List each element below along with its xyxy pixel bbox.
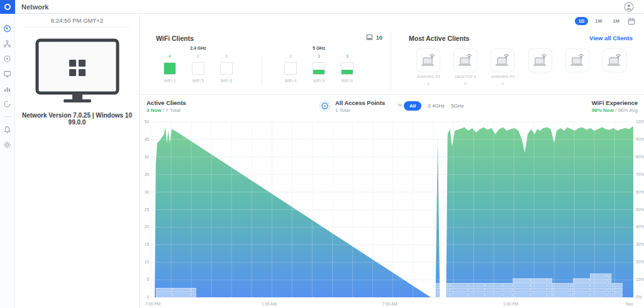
client-icon-box (602, 48, 626, 72)
band-divider (262, 56, 262, 85)
clients-experience-chart[interactable]: 051015202530354045500%10%20%30%40%50%60%… (143, 119, 644, 307)
active-clients-header: Active Clients 3 Now / 7 Total (147, 99, 186, 113)
cards-divider (391, 31, 391, 91)
wifi-standard-box (220, 62, 233, 75)
sidebar-divider (4, 116, 11, 117)
svg-text:1:00 AM: 1:00 AM (262, 302, 277, 306)
wifi-standard-wifi6: 3WiFi 6 (336, 54, 358, 83)
wifi-standard-wifi4: 4WiFi 4 (158, 54, 181, 83)
svg-text:80%: 80% (636, 155, 644, 159)
client-icon-box (416, 48, 440, 72)
wifi-standard-box (164, 62, 176, 75)
unifi-logo-icon[interactable] (0, 0, 15, 14)
laptop-wifi-icon (420, 52, 436, 69)
band-option-5ghz[interactable]: 5GHz (451, 103, 464, 109)
time-range-controls: 1D1W1M (575, 17, 635, 25)
wifi-standard-label: WiFi 5 (187, 79, 209, 83)
sidebar-item-settings[interactable] (0, 137, 15, 152)
topbar: Network (0, 0, 644, 14)
main-content: 1D1W1M WiFi Clients 10 2.4 GHz4WiFi 40Wi… (140, 14, 644, 308)
svg-text:5: 5 (147, 277, 149, 282)
calendar-icon[interactable] (628, 18, 635, 25)
client-item-5[interactable] (562, 48, 593, 86)
wifi-standard-fill (313, 70, 325, 74)
wifi-clients-title: WiFi Clients (156, 35, 194, 42)
wifi-standard-box (284, 62, 297, 75)
sidebar-item-clients[interactable] (0, 66, 15, 81)
band-option-all[interactable]: All (404, 101, 421, 111)
chevron-down-icon (397, 103, 402, 107)
svg-text:25: 25 (145, 207, 150, 212)
laptop-wifi-icon (457, 52, 474, 69)
sidebar-item-statistics[interactable] (0, 81, 15, 96)
range-1w[interactable]: 1W (591, 17, 606, 25)
svg-text:35: 35 (145, 172, 150, 177)
svg-text:15: 15 (145, 242, 150, 246)
client-name: ADMINRG-P3 (413, 75, 444, 79)
active-clients-now: 3 Now (147, 107, 162, 113)
logo-ring (4, 4, 11, 10)
svg-text:45: 45 (145, 137, 150, 141)
band-toggle: All2.4GHz5GHz (404, 101, 464, 111)
clients-monitor-icon (3, 70, 11, 78)
wifi-standard-label: WiFi 4 (158, 79, 181, 83)
svg-text:20%: 20% (636, 260, 644, 264)
statistics-bars-icon (3, 85, 11, 93)
access-points-selector[interactable]: All Access Points 1 Total (318, 99, 402, 113)
laptop-wifi-icon (532, 52, 548, 69)
wifi-experience-divider: / (614, 107, 618, 113)
client-item-6[interactable]: · · · · (599, 48, 630, 86)
wifi-bands: 2.4 GHz4WiFi 40WiFi 50WiFi 65 GHz0WiFi 4… (158, 46, 358, 83)
client-name-line2: C (450, 82, 481, 86)
view-all-clients-link[interactable]: View all Clients (589, 35, 633, 41)
console-monitor-graphic (15, 38, 139, 107)
wifi-standard-label: WiFi 5 (308, 79, 330, 83)
sidebar (0, 14, 15, 308)
wifi-standard-wifi5: 0WiFi 5 (187, 54, 209, 83)
client-icon-box (453, 48, 477, 72)
svg-text:10%: 10% (636, 277, 644, 282)
wifi-clients-total-count: 10 (376, 35, 382, 41)
svg-text:40%: 40% (636, 224, 644, 229)
client-item-1[interactable]: ADMINRG-P31 (413, 48, 444, 86)
client-item-4[interactable]: – (525, 48, 556, 86)
active-clients-total: 7 Total (165, 107, 180, 113)
band-option-2_4ghz[interactable]: 2.4GHz (428, 103, 445, 109)
sidebar-item-topology[interactable] (0, 36, 15, 51)
topology-icon (3, 40, 11, 48)
band-24ghz: 2.4 GHz4WiFi 40WiFi 50WiFi 6 (158, 46, 238, 83)
wifi-experience-title: WiFi Experience (592, 99, 638, 106)
range-1m[interactable]: 1M (609, 17, 623, 25)
svg-text:50: 50 (145, 119, 150, 124)
bell-icon (3, 126, 11, 134)
access-point-icon (318, 99, 331, 113)
wifi-clients-card: WiFi Clients 10 2.4 GHz4WiFi 40WiFi 50Wi… (145, 28, 391, 94)
sidebar-item-notifications[interactable] (0, 122, 15, 137)
client-item-2[interactable]: DESKTOP-5C (450, 48, 481, 86)
client-icon-box (528, 48, 552, 72)
svg-text:1:00 PM: 1:00 PM (503, 302, 518, 306)
time-range-pills: 1D1W1M (575, 17, 623, 25)
svg-text:100%: 100% (636, 119, 644, 124)
laptop-wifi-icon (569, 52, 586, 69)
wifi-clients-total: 10 (365, 34, 382, 41)
most-active-title: Most Active Clients (409, 35, 469, 42)
client-item-3[interactable]: ADMINRG-P31 (487, 48, 518, 86)
laptop-wifi-icon (606, 52, 623, 69)
wifi-standard-count: 0 (187, 54, 209, 60)
most-active-clients-card: Most Active Clients View all Clients ADM… (396, 28, 639, 94)
monitor-windows-icon (34, 38, 121, 104)
wifi-experience-avg: 96% Avg (618, 107, 638, 113)
wifi-standard-count: 0 (215, 54, 238, 60)
sidebar-item-insights[interactable] (0, 96, 15, 111)
range-1d[interactable]: 1D (575, 17, 589, 25)
svg-text:10: 10 (145, 260, 150, 264)
wifi-standard-label: WiFi 6 (336, 79, 358, 83)
laptop-wifi-icon (494, 52, 511, 69)
sidebar-item-dashboard[interactable] (0, 21, 15, 36)
person-icon (624, 2, 634, 12)
user-avatar-icon[interactable] (624, 2, 634, 12)
sidebar-item-devices[interactable] (0, 51, 15, 66)
svg-text:Nov: Nov (626, 302, 633, 306)
band-label: 5 GHz (279, 46, 358, 50)
